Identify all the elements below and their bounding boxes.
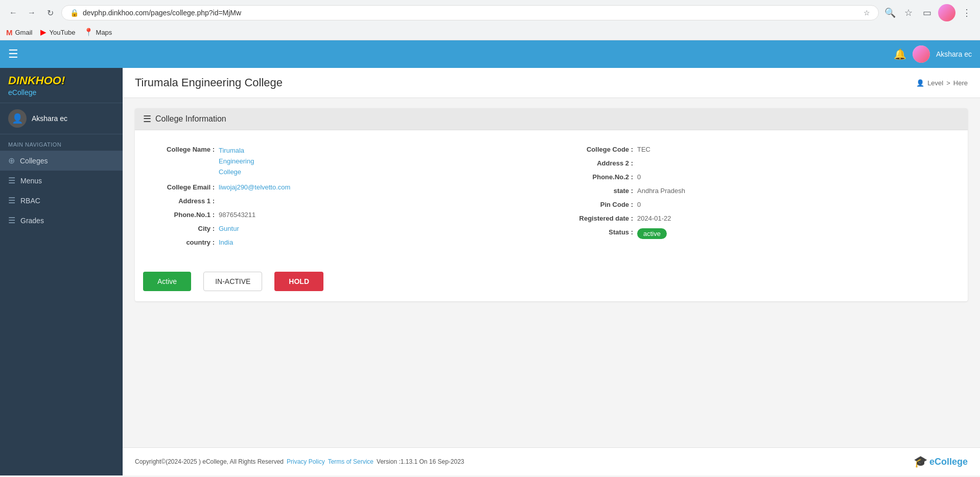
- info-row-country: country : India: [143, 235, 541, 249]
- brand-logo: DINKHOO!: [8, 74, 114, 87]
- breadcrumb-icon: 👤: [916, 79, 924, 87]
- bookmark-icon[interactable]: ☆: [901, 6, 916, 20]
- notification-icon[interactable]: 🔔: [894, 48, 906, 60]
- country-value: India: [219, 238, 233, 246]
- info-column-left: College Name : TirumalaEngineeringColleg…: [143, 142, 541, 249]
- hold-button[interactable]: HOLD: [274, 272, 323, 291]
- info-row-state: state : Andhra Pradesh: [562, 184, 960, 198]
- footer-brand: 🎓 eCollege: [914, 455, 968, 468]
- footer-links: Copyright©(2024-2025 ) eCollege, All Rig…: [135, 458, 464, 465]
- rbac-icon: ☰: [8, 196, 15, 205]
- top-nav: ☰ 🔔 Akshara ec: [0, 40, 980, 68]
- search-icon[interactable]: 🔍: [883, 6, 897, 20]
- bookmark-gmail[interactable]: M Gmail: [6, 28, 32, 37]
- sidebar-item-grades[interactable]: ☰ Grades: [0, 210, 123, 230]
- info-row-phone1: Phone.No.1 : 9876543211: [143, 208, 541, 222]
- info-row-address1: Address 1 :: [143, 194, 541, 208]
- info-row-city: City : Guntur: [143, 222, 541, 235]
- maps-icon: 📍: [84, 28, 94, 37]
- hamburger-button[interactable]: ☰: [8, 47, 18, 61]
- college-name-value: TirumalaEngineeringCollege: [219, 146, 254, 177]
- menus-label: Menus: [20, 177, 42, 185]
- sidebar-section-label: MAIN NAVIGATION: [0, 134, 123, 151]
- browser-chrome: ← → ↻ 🔒 devphp.dinkhoo.com/pages/college…: [0, 0, 980, 40]
- registered-date-label: Registered date :: [562, 214, 633, 222]
- user-profile-avatar: 👤: [8, 109, 27, 128]
- breadcrumb-level: Level: [927, 79, 943, 87]
- footer-version: Version :1.13.1 On 16 Sep-2023: [377, 458, 464, 465]
- status-label: Status :: [562, 228, 633, 236]
- state-value: Andhra Pradesh: [637, 187, 685, 195]
- browser-toolbar: ← → ↻ 🔒 devphp.dinkhoo.com/pages/college…: [0, 0, 980, 26]
- footer: Copyright©(2024-2025 ) eCollege, All Rig…: [123, 447, 980, 475]
- gmail-icon: M: [6, 28, 13, 37]
- pincode-value: 0: [637, 201, 641, 208]
- page-title: Tirumala Engineering College: [135, 76, 283, 89]
- top-nav-right: 🔔 Akshara ec: [894, 45, 972, 63]
- status-badge: active: [637, 228, 667, 239]
- bookmark-youtube[interactable]: ▶ YouTube: [40, 28, 75, 37]
- footer-brand-text: eCollege: [929, 457, 968, 467]
- address2-label: Address 2 :: [562, 159, 633, 167]
- content-area: Tirumala Engineering College 👤 Level > H…: [123, 68, 980, 475]
- content-body: ☰ College Information College Name : Tir…: [123, 98, 980, 447]
- sidebar-item-menus[interactable]: ☰ Menus: [0, 171, 123, 190]
- bookmark-maps[interactable]: 📍 Maps: [84, 28, 112, 37]
- sidebar-brand: DINKHOO! eCollege: [0, 68, 123, 103]
- phone1-value: 9876543211: [219, 211, 255, 219]
- menus-icon: ☰: [8, 176, 15, 185]
- footer-privacy-link[interactable]: Privacy Policy: [287, 458, 325, 465]
- city-value: Guntur: [219, 225, 239, 232]
- user-profile-name: Akshara ec: [32, 114, 67, 123]
- rbac-label: RBAC: [20, 197, 40, 205]
- breadcrumb: 👤 Level > Here: [916, 79, 968, 87]
- sidebar: DINKHOO! eCollege 👤 Akshara ec MAIN NAVI…: [0, 68, 123, 475]
- forward-button[interactable]: →: [25, 6, 39, 20]
- info-row-registered-date: Registered date : 2024-01-22: [562, 211, 960, 225]
- sidebar-item-rbac[interactable]: ☰ RBAC: [0, 190, 123, 210]
- colleges-icon: ⊕: [8, 156, 15, 165]
- main-layout: DINKHOO! eCollege 👤 Akshara ec MAIN NAVI…: [0, 68, 980, 475]
- phone1-label: Phone.No.1 :: [143, 211, 215, 219]
- reload-button[interactable]: ↻: [43, 6, 57, 20]
- address-bar[interactable]: 🔒 devphp.dinkhoo.com/pages/college.php?i…: [61, 5, 879, 20]
- pincode-label: Pin Code :: [562, 201, 633, 208]
- user-avatar[interactable]: [938, 4, 955, 21]
- sidebar-item-colleges[interactable]: ⊕ Colleges: [0, 151, 123, 171]
- tab-icon[interactable]: ▭: [920, 6, 934, 20]
- email-label: College Email :: [143, 183, 215, 191]
- info-row-status: Status : active: [562, 225, 960, 242]
- footer-copyright: Copyright©(2024-2025 ) eCollege, All Rig…: [135, 458, 284, 465]
- page-header: Tirumala Engineering College 👤 Level > H…: [123, 68, 980, 98]
- city-label: City :: [143, 225, 215, 232]
- user-name-top: Akshara ec: [936, 50, 972, 58]
- state-label: state :: [562, 187, 633, 195]
- browser-bookmarks: M Gmail ▶ YouTube 📍 Maps: [0, 26, 980, 40]
- star-icon[interactable]: ☆: [864, 9, 870, 17]
- info-row-pincode: Pin Code : 0: [562, 198, 960, 211]
- colleges-label: Colleges: [20, 157, 48, 165]
- card-header-title: College Information: [155, 114, 226, 124]
- college-code-value: TEC: [637, 146, 650, 153]
- active-button[interactable]: Active: [143, 272, 191, 291]
- phone2-value: 0: [637, 173, 641, 181]
- user-photo: [913, 45, 930, 63]
- info-column-right: College Code : TEC Address 2 : Phone.No.…: [562, 142, 960, 249]
- user-avatar-top: [913, 45, 930, 63]
- card-header-icon: ☰: [143, 113, 151, 125]
- footer-brand-cap-icon: 🎓: [914, 455, 927, 468]
- security-icon: 🔒: [70, 9, 79, 17]
- info-row-college-name: College Name : TirumalaEngineeringColleg…: [143, 142, 541, 180]
- info-grid: College Name : TirumalaEngineeringColleg…: [143, 142, 960, 249]
- address1-label: Address 1 :: [143, 197, 215, 205]
- college-code-label: College Code :: [562, 146, 633, 153]
- grades-label: Grades: [20, 217, 44, 225]
- user-profile: 👤 Akshara ec: [0, 103, 123, 134]
- phone2-label: Phone.No.2 :: [562, 173, 633, 181]
- back-button[interactable]: ←: [6, 6, 20, 20]
- inactive-button[interactable]: IN-ACTIVE: [203, 272, 262, 291]
- footer-terms-link[interactable]: Terms of Service: [328, 458, 374, 465]
- menu-dots[interactable]: ⋮: [960, 6, 974, 20]
- info-row-college-code: College Code : TEC: [562, 142, 960, 156]
- action-buttons: Active IN-ACTIVE HOLD: [135, 261, 968, 301]
